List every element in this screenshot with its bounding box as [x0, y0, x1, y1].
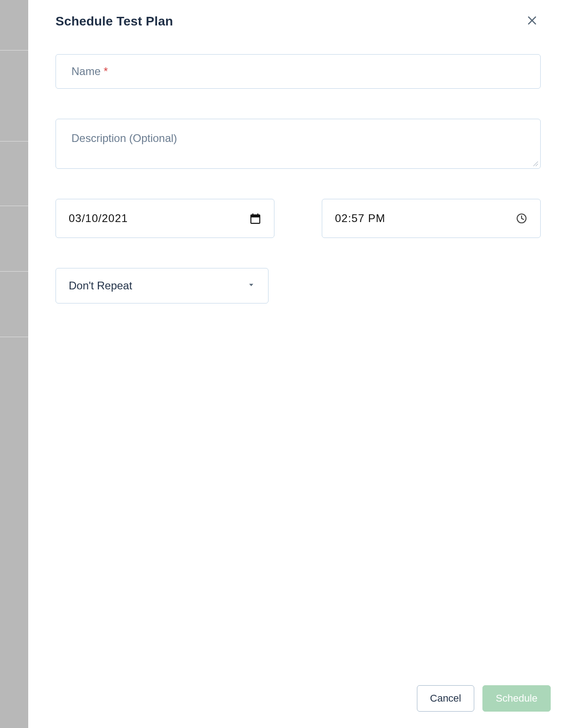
date-value: 03/10/2021	[69, 212, 128, 225]
svg-rect-5	[251, 215, 260, 217]
repeat-value: Don't Repeat	[69, 279, 132, 292]
name-field-wrapper[interactable]: Name *	[56, 54, 541, 89]
modal-header: Schedule Test Plan	[28, 0, 568, 44]
description-input[interactable]	[71, 132, 525, 161]
modal-title: Schedule Test Plan	[56, 14, 173, 29]
time-field[interactable]: 02:57 PM	[322, 199, 541, 238]
svg-marker-9	[249, 284, 254, 286]
calendar-icon	[249, 212, 261, 224]
chevron-down-icon	[247, 281, 255, 291]
background-panel	[0, 0, 28, 728]
svg-rect-7	[257, 213, 258, 216]
description-field-wrapper[interactable]: Description (Optional)	[56, 119, 541, 169]
svg-line-3	[536, 164, 538, 166]
modal-footer: Cancel Schedule	[28, 669, 568, 728]
modal-body: Name * Description (Optional) 03/10/2021	[28, 44, 568, 669]
schedule-test-plan-modal: Schedule Test Plan Name * Description (O…	[28, 0, 568, 728]
svg-rect-6	[253, 213, 254, 216]
cancel-button[interactable]: Cancel	[417, 685, 474, 712]
datetime-row: 03/10/2021 02:57 PM	[56, 199, 541, 238]
time-value: 02:57 PM	[335, 212, 385, 225]
clock-icon	[516, 212, 527, 224]
close-icon	[526, 15, 538, 28]
repeat-select[interactable]: Don't Repeat	[56, 268, 269, 303]
schedule-button[interactable]: Schedule	[482, 685, 551, 712]
repeat-row: Don't Repeat	[56, 268, 541, 303]
date-field[interactable]: 03/10/2021	[56, 199, 274, 238]
close-button[interactable]	[523, 12, 541, 30]
name-input[interactable]	[71, 65, 525, 78]
resize-handle-icon	[532, 160, 538, 167]
svg-line-2	[533, 162, 538, 166]
